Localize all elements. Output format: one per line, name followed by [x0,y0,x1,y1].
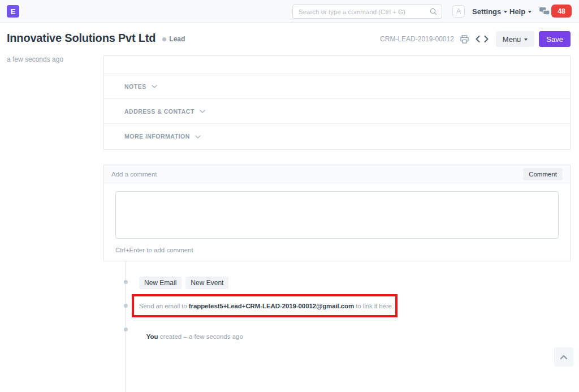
chat-icon[interactable] [539,7,550,16]
new-event-button[interactable]: New Event [185,277,228,289]
timeline-dot [124,280,128,284]
status-badge: Lead [169,35,185,43]
menu-button-label: Menu [503,35,521,44]
avatar[interactable]: A [452,5,465,18]
comment-shortcut-hint: Ctrl+Enter to add comment [115,247,559,253]
comment-card-title: Add a comment [111,171,157,178]
page-actions: CRM-LEAD-2019-00012 Menu Save [380,31,571,47]
section-address-contact[interactable]: ADDRESS & CONTACT [104,99,570,124]
form-card: NOTES ADDRESS & CONTACT MORE INFORMATION [103,55,571,150]
scroll-to-top-button[interactable] [554,347,573,367]
timeline-dot [124,304,128,308]
timeline-created-entry: You created – a few seconds ago [139,326,243,347]
menu-button[interactable]: Menu [496,31,535,47]
document-id: CRM-LEAD-2019-00012 [380,35,454,43]
chevron-down-icon [524,38,528,41]
global-search [292,5,442,19]
new-email-button[interactable]: New Email [139,277,182,289]
settings-menu[interactable]: Settings [472,0,507,23]
section-notes-label: NOTES [124,83,146,90]
section-address-contact-label: ADDRESS & CONTACT [124,108,195,115]
timeline-dot [124,328,128,331]
section-notes[interactable]: NOTES [104,74,570,99]
navbar: E A Settings Help 48 [0,0,579,23]
app-window: E A Settings Help 48 [0,0,579,392]
status-indicator-dot [162,37,166,41]
search-input[interactable] [293,8,430,15]
page-title: Innovative Solutions Pvt Ltd [7,32,155,45]
previous-record-icon[interactable] [475,35,481,43]
created-author: You [146,333,158,340]
chevron-up-icon [560,355,568,360]
email-hint-suffix: to link it here. [354,303,394,309]
created-text: created – a few seconds ago [158,333,243,340]
comment-submit-button[interactable]: Comment [523,168,563,180]
email-link-address: frappetest5+Lead+CRM-LEAD-2019-00012@gma… [189,303,354,309]
comment-input[interactable] [115,191,559,239]
help-menu[interactable]: Help [509,0,532,23]
print-icon[interactable] [460,35,469,44]
section-more-information-label: MORE INFORMATION [124,133,190,140]
last-modified-timestamp: a few seconds ago [7,55,63,63]
chevron-down-icon [528,11,532,13]
settings-menu-label: Settings [472,7,501,16]
form-section-partial [104,56,570,74]
email-link-hint-highlighted: Send an email to frappetest5+Lead+CRM-LE… [132,294,397,317]
help-menu-label: Help [509,7,525,16]
timeline-actions: New Email New Event [139,277,228,289]
chevron-down-icon [504,11,507,13]
next-record-icon[interactable] [483,35,489,43]
email-hint-prefix: Send an email to [139,303,189,309]
chevron-down-icon [195,135,201,139]
page-header: Innovative Solutions Pvt Ltd Lead [7,32,185,45]
app-logo[interactable]: E [7,5,19,18]
comment-card-header: Add a comment Comment [104,165,570,183]
search-icon [430,8,442,15]
chevron-down-icon [200,110,205,113]
notification-badge[interactable]: 48 [551,5,572,18]
comment-card: Add a comment Comment Ctrl+Enter to add … [103,165,571,261]
chevron-down-icon [152,85,157,88]
save-button[interactable]: Save [539,31,571,47]
section-more-information[interactable]: MORE INFORMATION [104,124,570,149]
comment-card-body: Ctrl+Enter to add comment [104,183,570,253]
